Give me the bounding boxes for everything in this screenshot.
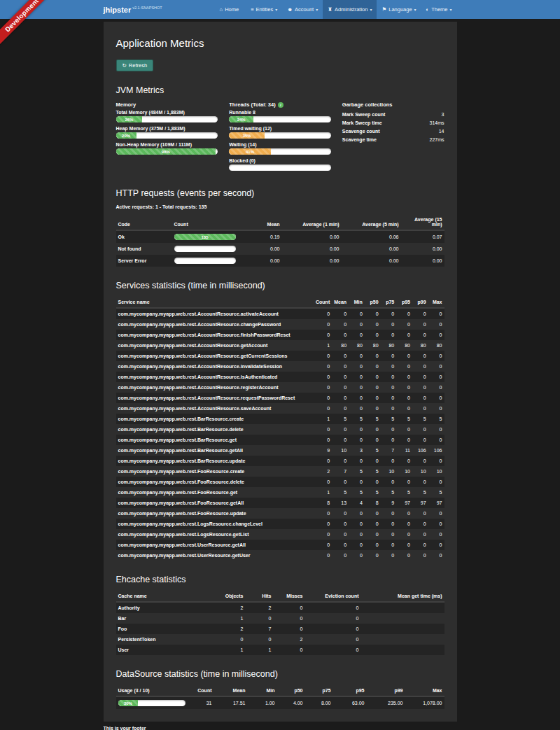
progress-bar — [174, 258, 236, 264]
gc-stat-row: Scavenge time 227ms — [342, 135, 444, 143]
metric-value: 0 — [274, 602, 305, 613]
metric-value: 0 — [412, 519, 428, 529]
metric-value: 0 — [332, 435, 349, 445]
metric-value: 0 — [332, 477, 349, 487]
metric-value: 80 — [349, 340, 365, 351]
http-code: Ok — [116, 230, 172, 243]
metric-value: 0 — [412, 393, 428, 403]
table-row: 30% 31 17.51 1.00 4.00 8.00 63.00 235.00… — [116, 696, 444, 709]
metric-value: 0.07 — [401, 230, 444, 243]
table-row: com.mycompany.myapp.web.rest.AccountReso… — [116, 382, 444, 393]
metric-value: 0 — [365, 456, 381, 466]
metric-value: 0 — [349, 351, 365, 361]
metric-value: 0 — [412, 361, 428, 372]
metric-value: 0 — [332, 393, 349, 403]
table-row: Ok 135 0.19 0.00 0.06 0.07 — [116, 230, 444, 243]
info-icon[interactable]: i — [278, 102, 284, 108]
metric-value: 3 — [349, 445, 365, 456]
nav-item[interactable]: ≡ Entities ▾ — [246, 0, 282, 19]
metric-value: 1 — [314, 487, 332, 498]
nav-item[interactable]: ⚑ Language ▾ — [377, 0, 421, 19]
metric-value: 0 — [349, 424, 365, 435]
metric-value: 1 — [246, 645, 274, 655]
service-name: com.mycompany.myapp.web.rest.UserResourc… — [116, 540, 314, 550]
metric-value: 0 — [332, 424, 349, 435]
progress-bar-fill: 98% — [116, 148, 216, 155]
metric-value: 11 — [396, 445, 412, 456]
table-row: com.mycompany.myapp.web.rest.FooResource… — [116, 477, 444, 487]
service-name: com.mycompany.myapp.web.rest.AccountReso… — [116, 319, 314, 330]
table-row: com.mycompany.myapp.web.rest.LogsResourc… — [116, 519, 444, 529]
nav-item-icon: ⌂ — [220, 7, 223, 13]
gc-stat-value: 14 — [439, 129, 444, 134]
datasource-usage-cell: 30% — [116, 696, 190, 709]
progress-bar: 41% — [229, 148, 331, 155]
metric-value: 0.00 — [342, 255, 401, 267]
metric-value: 2 — [207, 602, 246, 613]
metric-value: 0 — [396, 403, 412, 414]
table-row: com.mycompany.myapp.web.rest.BarResource… — [116, 435, 444, 445]
brand-logo[interactable]: jhipsterv2.1-SNAPSHOT — [104, 6, 162, 14]
metric-value: 2 — [246, 602, 274, 613]
metric-value: 5 — [349, 487, 365, 498]
table-row: com.mycompany.myapp.web.rest.AccountReso… — [116, 308, 444, 319]
table-row: com.mycompany.myapp.web.rest.FooResource… — [116, 487, 444, 498]
table-header-row: Cache nameObjectsHitsMissesEviction coun… — [116, 591, 444, 602]
service-name: com.mycompany.myapp.web.rest.FooResource… — [116, 498, 314, 508]
metric-label: Runnable 8 — [229, 110, 331, 115]
metric-value: 0 — [428, 424, 444, 435]
metric-value: 0 — [332, 382, 349, 393]
column-header: p50 — [365, 297, 381, 308]
nav-item[interactable]: ☻ Account ▾ — [282, 0, 323, 19]
service-name: com.mycompany.myapp.web.rest.AccountReso… — [116, 308, 314, 319]
metric-value: 0 — [412, 456, 428, 466]
metric-value: 0 — [412, 330, 428, 340]
progress-bar-fill: 41% — [229, 148, 271, 155]
metric-value: 0 — [396, 361, 412, 372]
ehcache-statistics-table: Cache nameObjectsHitsMissesEviction coun… — [116, 591, 444, 655]
metric-value: 5 — [365, 487, 381, 498]
metric-value: 0 — [381, 330, 397, 340]
table-row: com.mycompany.myapp.web.rest.BarResource… — [116, 456, 444, 466]
progress-bar: 30% — [118, 700, 186, 706]
nav-item-label: Administration — [335, 6, 368, 13]
table-row: com.mycompany.myapp.web.rest.FooResource… — [116, 508, 444, 519]
metric-value — [361, 645, 444, 655]
progress-bar: 26% — [116, 116, 218, 122]
metric-value: 0 — [381, 393, 397, 403]
metric-value: 80 — [412, 340, 428, 351]
refresh-button[interactable]: ↻ Refresh — [116, 59, 154, 71]
metric-value: 5 — [412, 487, 428, 498]
metric-value: 0 — [396, 308, 412, 319]
metric-value: 9 — [314, 445, 332, 456]
metric-value: 5 — [396, 487, 412, 498]
metric-value: 7 — [246, 624, 274, 634]
metric-value: 0 — [332, 508, 349, 519]
metric-value: 97 — [428, 498, 444, 508]
column-header: Usage (3 / 10) — [116, 685, 190, 696]
nav-item[interactable]: ⌂ Home — [215, 0, 246, 19]
column-header: Count — [190, 685, 214, 696]
service-name: com.mycompany.myapp.web.rest.AccountReso… — [116, 340, 314, 351]
footer: This is your footer — [104, 726, 457, 730]
column-header: Mean — [332, 297, 349, 308]
metric-value: 13 — [332, 498, 349, 508]
metric-value: 0 — [314, 382, 332, 393]
service-name: com.mycompany.myapp.web.rest.AccountReso… — [116, 351, 314, 361]
gc-column: Garbage collections Mark Sweep count 3 M… — [342, 101, 444, 174]
nav-item[interactable]: ◐ Theme ▾ — [421, 0, 457, 19]
table-row: Foo 2 7 0 0 — [116, 624, 444, 634]
table-row: Server Error 0.00 0.00 0.00 0.00 — [116, 255, 444, 267]
metric-value: 1,078.00 — [405, 696, 444, 709]
progress-bar-fill: 26% — [116, 116, 143, 122]
metric-value: 0 — [381, 361, 397, 372]
table-header-row: CodeCountMeanAverage (1 min)Average (5 m… — [116, 214, 444, 230]
jvm-metrics-section: Memory Total Memory (484M / 1,883M) 26% … — [116, 101, 444, 174]
nav-item-icon: ≡ — [251, 7, 253, 13]
nav-item[interactable]: ♜ Administration ▾ — [323, 0, 377, 19]
gc-heading: Garbage collections — [342, 101, 444, 108]
column-header: Objects — [207, 591, 246, 602]
table-row: Bar 1 0 0 0 — [116, 613, 444, 624]
memory-column: Memory Total Memory (484M / 1,883M) 26% … — [116, 101, 218, 174]
column-header: p95 — [396, 297, 412, 308]
